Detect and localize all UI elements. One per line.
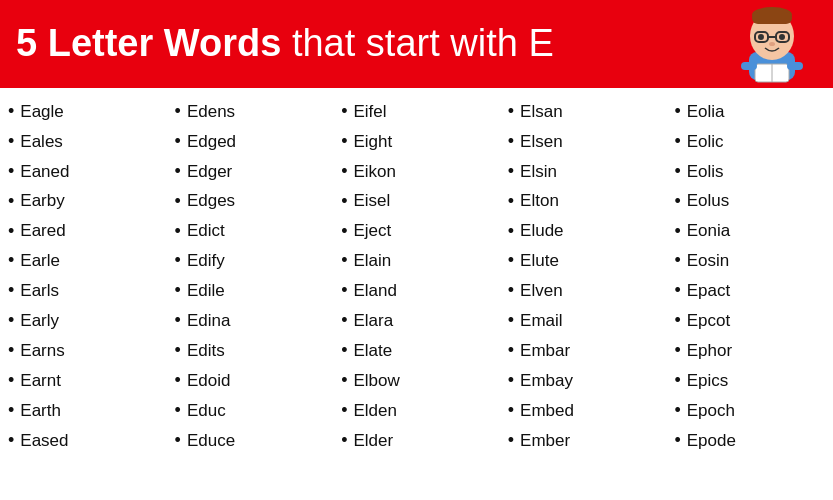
list-item: Eonia [674, 218, 825, 246]
list-item: Edens [175, 98, 326, 126]
header: 5 Letter Words that start with E [0, 0, 833, 88]
list-item: Embay [508, 367, 659, 395]
list-item: Eaned [8, 158, 159, 186]
list-item: Elden [341, 397, 492, 425]
list-item: Edger [175, 158, 326, 186]
list-item: Elude [508, 218, 659, 246]
list-item: Eolis [674, 158, 825, 186]
mascot [727, 4, 817, 84]
list-item: Elate [341, 337, 492, 365]
list-item: Epoch [674, 397, 825, 425]
list-item: Edges [175, 188, 326, 216]
list-item: Epode [674, 427, 825, 455]
list-item: Eight [341, 128, 492, 156]
list-item: Epics [674, 367, 825, 395]
list-item: Elain [341, 247, 492, 275]
word-column-4: ElsanElsenElsinEltonEludeEluteElvenEmail… [500, 98, 667, 500]
list-item: Elton [508, 188, 659, 216]
content-area: EagleEalesEanedEarbyEaredEarleEarlsEarly… [0, 88, 833, 500]
title-normal-part: that start with E [281, 22, 553, 64]
list-item: Earls [8, 277, 159, 305]
list-item: Embed [508, 397, 659, 425]
list-item: Eject [341, 218, 492, 246]
word-column-5: EoliaEolicEolisEolusEoniaEosinEpactEpcot… [666, 98, 833, 500]
list-item: Edoid [175, 367, 326, 395]
svg-rect-3 [752, 12, 792, 24]
list-item: Early [8, 307, 159, 335]
list-item: Elven [508, 277, 659, 305]
svg-point-7 [758, 34, 764, 40]
list-item: Earth [8, 397, 159, 425]
list-item: Epact [674, 277, 825, 305]
list-item: Elder [341, 427, 492, 455]
svg-rect-13 [787, 62, 803, 70]
list-item: Eisel [341, 188, 492, 216]
list-item: Embar [508, 337, 659, 365]
list-item: Earnt [8, 367, 159, 395]
list-item: Earby [8, 188, 159, 216]
list-item: Elbow [341, 367, 492, 395]
list-item: Elute [508, 247, 659, 275]
word-column-3: EifelEightEikonEiselEjectElainElandElara… [333, 98, 500, 500]
word-column-1: EagleEalesEanedEarbyEaredEarleEarlsEarly… [0, 98, 167, 500]
list-item: Email [508, 307, 659, 335]
list-item: Edify [175, 247, 326, 275]
word-column-2: EdensEdgedEdgerEdgesEdictEdifyEdileEdina… [167, 98, 334, 500]
svg-rect-12 [741, 62, 757, 70]
list-item: Ephor [674, 337, 825, 365]
svg-point-8 [779, 34, 785, 40]
list-item: Earns [8, 337, 159, 365]
list-item: Earle [8, 247, 159, 275]
list-item: Edits [175, 337, 326, 365]
list-item: Elara [341, 307, 492, 335]
list-item: Eifel [341, 98, 492, 126]
list-item: Eolia [674, 98, 825, 126]
svg-point-9 [769, 42, 775, 46]
list-item: Eased [8, 427, 159, 455]
list-item: Epcot [674, 307, 825, 335]
list-item: Eosin [674, 247, 825, 275]
list-item: Edina [175, 307, 326, 335]
list-item: Elsin [508, 158, 659, 186]
list-item: Eared [8, 218, 159, 246]
list-item: Eikon [341, 158, 492, 186]
list-item: Ember [508, 427, 659, 455]
header-title: 5 Letter Words that start with E [16, 23, 554, 65]
list-item: Edile [175, 277, 326, 305]
list-item: Educ [175, 397, 326, 425]
list-item: Eales [8, 128, 159, 156]
list-item: Eolus [674, 188, 825, 216]
list-item: Edged [175, 128, 326, 156]
list-item: Elsan [508, 98, 659, 126]
list-item: Eagle [8, 98, 159, 126]
title-bold-part: 5 Letter Words [16, 22, 281, 64]
list-item: Eolic [674, 128, 825, 156]
list-item: Educe [175, 427, 326, 455]
list-item: Edict [175, 218, 326, 246]
list-item: Elsen [508, 128, 659, 156]
list-item: Eland [341, 277, 492, 305]
